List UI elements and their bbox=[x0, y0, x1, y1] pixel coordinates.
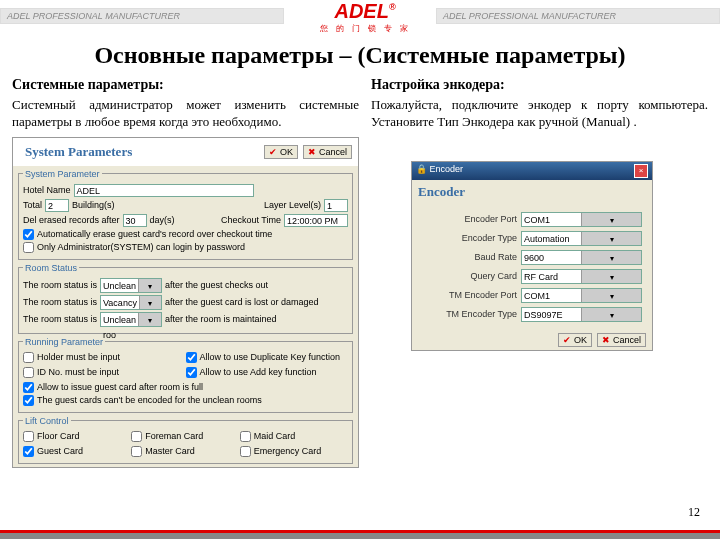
cb-guest-label: Guest Card bbox=[37, 446, 83, 456]
chevron-down-icon: ▾ bbox=[138, 279, 161, 292]
cb-floor-label: Floor Card bbox=[37, 431, 80, 441]
cb-admin-label: Only Administrator(SYSTEM) can login by … bbox=[37, 242, 245, 252]
buildings-label: Building(s) bbox=[72, 200, 115, 210]
enc-cancel-button[interactable]: Cancel bbox=[597, 333, 646, 347]
chevron-down-icon: ▾ bbox=[581, 251, 641, 264]
enc-baud-select[interactable]: 9600▾ bbox=[521, 250, 642, 265]
chevron-down-icon: ▾ bbox=[581, 308, 641, 321]
enc-query-select[interactable]: RF Card▾ bbox=[521, 269, 642, 284]
cb-master[interactable] bbox=[131, 446, 142, 457]
page-number: 12 bbox=[688, 505, 700, 520]
sp-cancel-button[interactable]: Cancel bbox=[303, 145, 352, 159]
enc-tmtype-label: TM Encoder Type bbox=[422, 309, 517, 319]
chevron-down-icon: ▾ bbox=[581, 289, 641, 302]
checkout-label: Checkout Time bbox=[221, 215, 281, 225]
rs1-after: after the guest checks out bbox=[165, 280, 268, 290]
cb-emergency[interactable] bbox=[240, 446, 251, 457]
right-heading: Настройка энкодера: bbox=[371, 77, 708, 93]
cb-addkey[interactable] bbox=[186, 367, 197, 378]
enc-port-label: Encoder Port bbox=[422, 214, 517, 224]
layer-input[interactable]: 1 bbox=[324, 199, 348, 212]
cb-erase-label: Automatically erase guest card's record … bbox=[37, 229, 272, 239]
left-column: Системные параметры: Системный администр… bbox=[12, 77, 359, 468]
sp-g3-legend: Running Parameter bbox=[23, 337, 105, 347]
sp-group-lift: Lift Control Floor Card Foreman Card Mai… bbox=[18, 416, 353, 464]
sp-g1-legend: System Parameter bbox=[23, 169, 102, 179]
sp-group-roomstatus: Room Status The room status isUnclean ro… bbox=[18, 263, 353, 334]
cb-foreman-label: Foreman Card bbox=[145, 431, 203, 441]
header: ADEL PROFESSIONAL MANUFACTURER ADEL® 您 的… bbox=[0, 0, 720, 40]
rs3-after: after the room is maintained bbox=[165, 314, 277, 324]
page-title: Основные параметры – (Системные параметр… bbox=[0, 42, 720, 69]
enc-type-label: Encoder Type bbox=[422, 233, 517, 243]
encoder-title: Encoder bbox=[412, 180, 652, 204]
rs1-pre: The room status is bbox=[23, 280, 97, 290]
close-icon[interactable]: × bbox=[634, 164, 648, 178]
cb-master-label: Master Card bbox=[145, 446, 195, 456]
chevron-down-icon: ▾ bbox=[581, 213, 641, 226]
cb-dupkey-label: Allow to use Duplicate Key function bbox=[200, 352, 341, 362]
cb-maid[interactable] bbox=[240, 431, 251, 442]
right-text: Пожалуйста, подключите энкодер к порту к… bbox=[371, 97, 708, 131]
cb-floor[interactable] bbox=[23, 431, 34, 442]
cb-holder-label: Holder must be input bbox=[37, 352, 120, 362]
enc-query-label: Query Card bbox=[422, 271, 517, 281]
cb-maid-label: Maid Card bbox=[254, 431, 296, 441]
cb-dupkey[interactable] bbox=[186, 352, 197, 363]
layer-label: Layer Level(s) bbox=[264, 200, 321, 210]
sp-group-system: System Parameter Hotel Name ADEL Total 2… bbox=[18, 169, 353, 260]
system-parameters-window: System Parameters OK Cancel System Param… bbox=[12, 137, 359, 468]
left-text: Системный администратор может изменить с… bbox=[12, 97, 359, 131]
cb-idno-label: ID No. must be input bbox=[37, 367, 119, 377]
del-input[interactable]: 30 bbox=[123, 214, 147, 227]
total-label: Total bbox=[23, 200, 42, 210]
cb-emergency-label: Emergency Card bbox=[254, 446, 322, 456]
rs3-select[interactable]: Unclean roo▾ bbox=[100, 312, 162, 327]
rs3-pre: The room status is bbox=[23, 314, 97, 324]
total-input[interactable]: 2 bbox=[45, 199, 69, 212]
cb-addkey-label: Allow to use Add key function bbox=[200, 367, 317, 377]
logo: ADEL® 您 的 门 锁 专 家 bbox=[300, 0, 430, 34]
cb-foreman[interactable] bbox=[131, 431, 142, 442]
enc-baud-label: Baud Rate bbox=[422, 252, 517, 262]
checkout-input[interactable]: 12:00:00 PM bbox=[284, 214, 348, 227]
hotel-name-input[interactable]: ADEL bbox=[74, 184, 254, 197]
right-column: Настройка энкодера: Пожалуйста, подключи… bbox=[371, 77, 708, 468]
rs2-select[interactable]: Vacancy roo▾ bbox=[100, 295, 162, 310]
header-bar-right: ADEL PROFESSIONAL MANUFACTURER bbox=[436, 8, 720, 24]
cb-idno[interactable] bbox=[23, 367, 34, 378]
hotel-name-label: Hotel Name bbox=[23, 185, 71, 195]
cb-issue-full-label: Allow to issue guest card after room is … bbox=[37, 382, 203, 392]
enc-ok-button[interactable]: OK bbox=[558, 333, 592, 347]
sp-group-running: Running Parameter Holder must be input A… bbox=[18, 337, 353, 413]
encoder-window: 🔒 Encoder × Encoder Encoder PortCOM1▾ En… bbox=[411, 161, 653, 351]
cb-unclean[interactable] bbox=[23, 395, 34, 406]
chevron-down-icon: ▾ bbox=[581, 232, 641, 245]
chevron-down-icon: ▾ bbox=[139, 296, 161, 309]
chevron-down-icon: ▾ bbox=[138, 313, 161, 326]
enc-type-select[interactable]: Automation▾ bbox=[521, 231, 642, 246]
cb-erase[interactable] bbox=[23, 229, 34, 240]
cb-holder[interactable] bbox=[23, 352, 34, 363]
footer-bar bbox=[0, 530, 720, 540]
cb-unclean-label: The guest cards can't be encoded for the… bbox=[37, 395, 262, 405]
cb-admin[interactable] bbox=[23, 242, 34, 253]
rs2-pre: The room status is bbox=[23, 297, 97, 307]
cb-issue-full[interactable] bbox=[23, 382, 34, 393]
cb-guest[interactable] bbox=[23, 446, 34, 457]
del-label: Del erased records after bbox=[23, 215, 120, 225]
rs2-after: after the guest card is lost or damaged bbox=[165, 297, 319, 307]
sp-g2-legend: Room Status bbox=[23, 263, 79, 273]
header-bar-left: ADEL PROFESSIONAL MANUFACTURER bbox=[0, 8, 284, 24]
rs1-select[interactable]: Unclean roo▾ bbox=[100, 278, 162, 293]
encoder-titlebar-text: 🔒 Encoder bbox=[416, 164, 463, 178]
enc-tmtype-select[interactable]: DS9097E▾ bbox=[521, 307, 642, 322]
days-label: day(s) bbox=[150, 215, 175, 225]
chevron-down-icon: ▾ bbox=[581, 270, 641, 283]
enc-port-select[interactable]: COM1▾ bbox=[521, 212, 642, 227]
sp-ok-button[interactable]: OK bbox=[264, 145, 298, 159]
sp-title: System Parameters bbox=[19, 140, 138, 164]
left-heading: Системные параметры: bbox=[12, 77, 359, 93]
enc-tmport-label: TM Encoder Port bbox=[422, 290, 517, 300]
enc-tmport-select[interactable]: COM1▾ bbox=[521, 288, 642, 303]
